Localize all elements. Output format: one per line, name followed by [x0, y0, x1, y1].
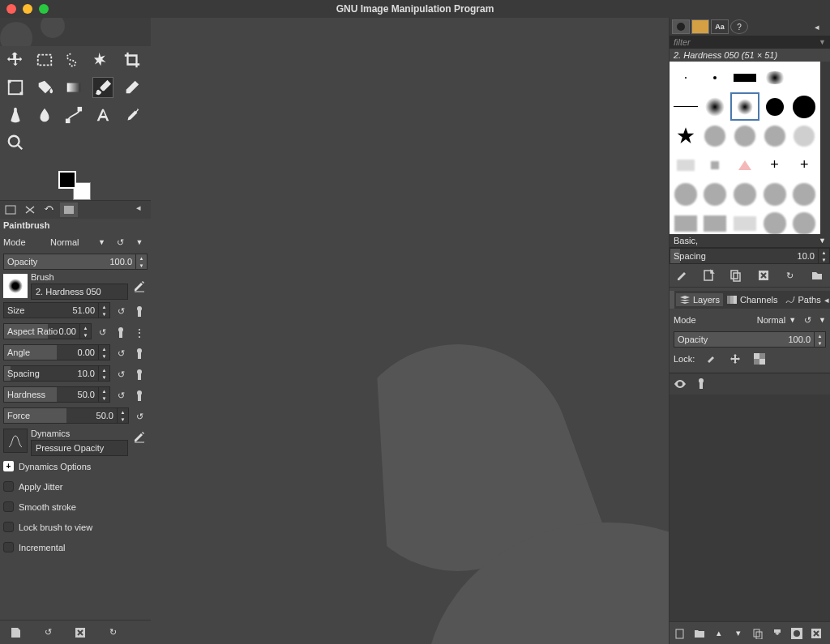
- apply-jitter-checkbox[interactable]: [3, 481, 14, 492]
- force-spinner[interactable]: ▲▼: [117, 408, 128, 423]
- brush-new-btn[interactable]: [701, 267, 717, 284]
- brush-item[interactable]: [760, 180, 789, 208]
- size-reset-icon[interactable]: ↺: [113, 304, 129, 320]
- opacity-spinner[interactable]: ▲▼: [135, 254, 147, 269]
- new-layer-btn[interactable]: [673, 626, 687, 641]
- brush-item[interactable]: [760, 63, 789, 92]
- brush-item[interactable]: [730, 209, 759, 234]
- angle-spinner[interactable]: ▲▼: [98, 345, 109, 360]
- hardness-link-icon[interactable]: [131, 388, 148, 404]
- brush-item[interactable]: [671, 151, 700, 179]
- move-tool[interactable]: [5, 49, 26, 70]
- hardness-reset-icon[interactable]: ↺: [113, 388, 129, 404]
- spacing-slider[interactable]: Spacing 10.0 ▲▼: [3, 365, 110, 382]
- layer-mode-value[interactable]: Normal: [757, 315, 785, 325]
- channels-tab[interactable]: Channels: [723, 293, 781, 306]
- delete-preset-icon[interactable]: [71, 624, 89, 642]
- angle-link-icon[interactable]: [131, 346, 148, 362]
- brush-item[interactable]: [789, 92, 819, 121]
- brush-spacing-spinner[interactable]: ▲▼: [818, 249, 829, 263]
- brush-open-btn[interactable]: [809, 267, 825, 284]
- brush-item[interactable]: [730, 63, 759, 92]
- brush-name-field[interactable]: 2. Hardness 050: [31, 284, 128, 300]
- clone-tool[interactable]: [5, 104, 26, 126]
- reset-preset-icon[interactable]: ↻: [104, 624, 122, 642]
- lock-pixels-icon[interactable]: [703, 351, 719, 367]
- brush-item[interactable]: [671, 63, 700, 92]
- brush-grid[interactable]: + +: [670, 62, 820, 234]
- force-slider[interactable]: Force 50.0 ▲▼: [3, 407, 129, 424]
- rect-select-tool[interactable]: [34, 49, 55, 70]
- brush-item[interactable]: [701, 151, 730, 179]
- brush-item[interactable]: [760, 209, 789, 234]
- text-tool[interactable]: [92, 104, 113, 126]
- paths-tool[interactable]: [63, 104, 84, 126]
- layer-list[interactable]: [670, 373, 830, 621]
- brush-item[interactable]: [701, 209, 730, 234]
- opacity-slider[interactable]: Opacity 100.0 ▲▼: [3, 254, 148, 270]
- layer-opacity-spinner[interactable]: ▲▼: [814, 332, 825, 347]
- fuzzy-select-tool[interactable]: [92, 49, 113, 70]
- brush-preview-thumb[interactable]: [3, 274, 28, 298]
- angle-reset-icon[interactable]: ↺: [113, 346, 129, 362]
- new-group-btn[interactable]: [692, 626, 707, 641]
- size-link-icon[interactable]: [131, 304, 148, 320]
- brush-item[interactable]: [789, 63, 819, 92]
- tool-options-tab[interactable]: [2, 203, 19, 217]
- dynamics-thumb[interactable]: [3, 429, 28, 453]
- help-tab[interactable]: ?: [730, 19, 748, 34]
- brush-item[interactable]: [730, 122, 759, 150]
- zoom-tool[interactable]: [5, 132, 26, 153]
- dock-menu-icon[interactable]: ◂: [136, 203, 149, 217]
- aspect-extra-icon[interactable]: ⋮: [131, 325, 148, 341]
- device-status-tab[interactable]: [21, 203, 39, 217]
- spacing-link-icon[interactable]: [131, 367, 148, 383]
- mode-dropdown[interactable]: Normal▼: [47, 236, 109, 249]
- mask-layer-btn[interactable]: [789, 626, 804, 641]
- spacing-spinner[interactable]: ▲▼: [98, 366, 109, 381]
- delete-layer-btn[interactable]: [809, 626, 824, 641]
- color-swatch[interactable]: [58, 171, 91, 200]
- aspect-link-icon[interactable]: [113, 325, 129, 341]
- layer-mode-reset-icon[interactable]: ↺: [799, 312, 815, 328]
- undo-history-tab[interactable]: [41, 203, 58, 217]
- brush-refresh-btn[interactable]: ↻: [782, 267, 798, 284]
- smudge-tool[interactable]: [34, 104, 55, 126]
- brush-item[interactable]: [730, 151, 759, 179]
- spacing-reset-icon[interactable]: ↺: [113, 367, 129, 383]
- brush-edit-icon[interactable]: [131, 278, 148, 294]
- brush-item[interactable]: [730, 180, 759, 208]
- mode-reset-icon[interactable]: ↺: [112, 234, 128, 250]
- aspect-spinner[interactable]: ▲▼: [79, 324, 91, 339]
- window-minimize-button[interactable]: [23, 4, 32, 14]
- lock-alpha-icon[interactable]: [751, 351, 768, 367]
- layer-opacity-slider[interactable]: Opacity 100.0 ▲▼: [674, 331, 826, 348]
- brush-filter-field[interactable]: filter ▼: [670, 36, 830, 49]
- save-preset-icon[interactable]: [6, 624, 24, 642]
- smooth-stroke-checkbox[interactable]: [3, 501, 14, 512]
- brush-item[interactable]: [671, 180, 700, 208]
- hardness-slider[interactable]: Hardness 50.0 ▲▼: [3, 386, 110, 403]
- brush-item[interactable]: [789, 209, 819, 234]
- brush-item[interactable]: [789, 180, 819, 208]
- brush-item[interactable]: [701, 92, 730, 121]
- dynamics-field[interactable]: Pressure Opacity: [31, 440, 128, 456]
- bucket-fill-tool[interactable]: [34, 77, 55, 98]
- brush-item[interactable]: [671, 122, 700, 150]
- layers-tab[interactable]: Layers: [676, 293, 723, 306]
- brush-item[interactable]: [701, 122, 730, 150]
- lock-brush-checkbox[interactable]: [3, 522, 14, 532]
- layer-mode-menu-icon[interactable]: ▼: [819, 316, 826, 324]
- lower-layer-btn[interactable]: ▾: [731, 626, 746, 641]
- brush-item[interactable]: [789, 122, 819, 150]
- foreground-color[interactable]: [58, 171, 76, 189]
- aspect-reset-icon[interactable]: ↺: [94, 325, 110, 341]
- brush-item[interactable]: [671, 92, 700, 121]
- free-select-tool[interactable]: [63, 49, 84, 70]
- brush-spacing-slider[interactable]: Spacing 10.0 ▲▼: [670, 248, 830, 264]
- incremental-checkbox[interactable]: [3, 542, 14, 552]
- brush-edit-btn[interactable]: [674, 267, 691, 284]
- lock-position-icon[interactable]: [727, 351, 743, 367]
- brush-item-selected[interactable]: [730, 92, 759, 121]
- gradient-tool[interactable]: [63, 77, 84, 98]
